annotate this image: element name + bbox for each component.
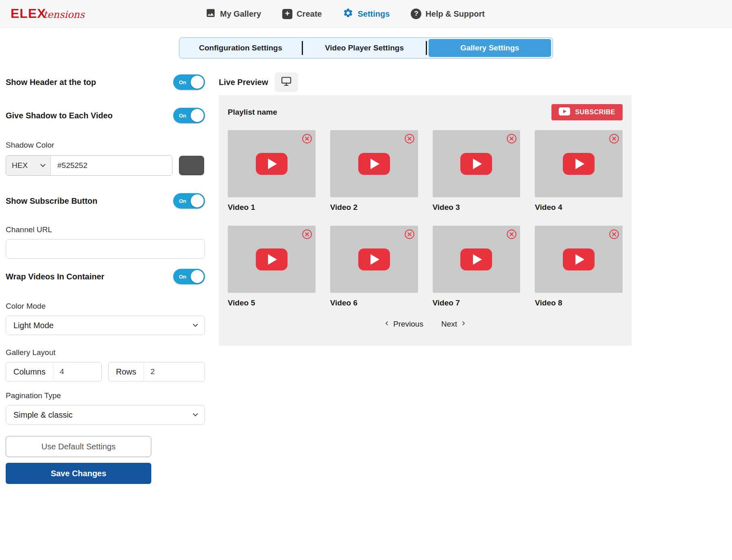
- channel-url-input[interactable]: [6, 239, 205, 259]
- shadow-label: Give Shadow to Each Video: [6, 111, 113, 120]
- toggle-knob: [191, 109, 204, 122]
- video-title: Video 7: [433, 299, 521, 307]
- gallery-icon: [205, 8, 216, 20]
- tab-video-player-settings[interactable]: Video Player Settings: [303, 38, 425, 58]
- previous-page-link[interactable]: Previous: [383, 320, 423, 329]
- youtube-play-icon[interactable]: [563, 153, 595, 175]
- remove-video-icon[interactable]: [609, 229, 619, 240]
- youtube-play-icon[interactable]: [358, 153, 390, 175]
- nav-item-help-support[interactable]: Help & Support: [411, 9, 485, 19]
- gallery-preview-panel: Playlist name SUBSCRIBE Video 1: [219, 95, 632, 346]
- nav-label: Create: [296, 9, 322, 19]
- nav-item-my-gallery[interactable]: My Gallery: [205, 8, 261, 20]
- toggle-knob: [191, 194, 204, 207]
- save-changes-button[interactable]: Save Changes: [6, 463, 151, 484]
- logo[interactable]: ELEX tensions: [11, 6, 85, 21]
- remove-video-icon[interactable]: [404, 229, 415, 240]
- toggle-state-label: On: [179, 113, 186, 119]
- video-thumbnail[interactable]: [433, 226, 521, 293]
- toggle-knob: [191, 76, 204, 89]
- video-title: Video 4: [535, 203, 623, 212]
- subscribe-button[interactable]: SUBSCRIBE: [551, 104, 623, 120]
- gallery-layout-label: Gallery Layout: [6, 348, 205, 357]
- pagination-type-section: Pagination Type Simple & classic: [6, 391, 205, 425]
- pagination-type-select[interactable]: Simple & classic: [6, 405, 205, 425]
- desktop-preview-button[interactable]: [274, 72, 298, 92]
- help-icon: [411, 9, 421, 19]
- pagination-type-label: Pagination Type: [6, 391, 205, 400]
- remove-video-icon[interactable]: [506, 229, 517, 240]
- video-title: Video 8: [535, 299, 623, 307]
- shadow-toggle[interactable]: On: [173, 108, 205, 123]
- tab-configuration-settings[interactable]: Configuration Settings: [179, 38, 302, 58]
- settings-form: Show Header at the top On Give Shadow to…: [6, 73, 205, 484]
- video-thumbnail[interactable]: [535, 130, 623, 197]
- video-thumbnail[interactable]: [433, 130, 521, 197]
- color-mode-label: Color Mode: [6, 302, 205, 311]
- remove-video-icon[interactable]: [404, 133, 415, 144]
- play-triangle: [575, 254, 584, 265]
- video-thumbnail[interactable]: [228, 130, 316, 197]
- rows-input[interactable]: [144, 362, 205, 381]
- video-card: Video 4: [535, 130, 623, 212]
- rows-field: Rows: [108, 362, 205, 381]
- youtube-play-icon[interactable]: [358, 248, 390, 270]
- video-card: Video 6: [330, 226, 418, 307]
- youtube-play-icon[interactable]: [460, 153, 492, 175]
- pagination-type-value: Simple & classic: [13, 410, 73, 420]
- video-title: Video 2: [330, 203, 418, 212]
- video-card: Video 7: [433, 226, 521, 307]
- video-card: Video 1: [228, 130, 316, 212]
- youtube-play-icon[interactable]: [256, 153, 288, 175]
- show-header-label: Show Header at the top: [6, 78, 96, 87]
- channel-url-label: Channel URL: [6, 225, 205, 234]
- video-thumbnail[interactable]: [330, 226, 418, 293]
- nav-item-create[interactable]: Create: [282, 9, 322, 19]
- chevron-right-icon: [460, 320, 467, 329]
- remove-video-icon[interactable]: [302, 133, 312, 144]
- main-nav: My Gallery Create Settings Help & Suppor…: [205, 0, 485, 28]
- subscribe-toggle[interactable]: On: [173, 193, 205, 209]
- video-card: Video 2: [330, 130, 418, 212]
- columns-label: Columns: [6, 362, 53, 381]
- play-triangle: [575, 159, 584, 169]
- tab-divider: [426, 41, 427, 55]
- show-header-toggle[interactable]: On: [173, 74, 205, 90]
- live-preview-section: Live Preview Playlist name SUBSCRIBE: [219, 72, 632, 346]
- color-format-select[interactable]: HEX: [6, 156, 51, 175]
- wrap-toggle[interactable]: On: [173, 269, 205, 284]
- youtube-play-icon[interactable]: [256, 248, 288, 270]
- play-triangle: [473, 254, 482, 265]
- remove-video-icon[interactable]: [609, 133, 619, 144]
- youtube-play-icon[interactable]: [460, 248, 492, 270]
- subscribe-label: SUBSCRIBE: [575, 109, 615, 116]
- page: ELEX tensions My Gallery Create Settings: [0, 0, 732, 560]
- video-thumbnail[interactable]: [330, 130, 418, 197]
- chevron-down-icon: [193, 411, 198, 416]
- previous-label: Previous: [393, 320, 423, 329]
- youtube-icon: [559, 107, 570, 117]
- next-page-link[interactable]: Next: [441, 320, 467, 329]
- play-triangle: [370, 159, 379, 169]
- subscribe-row: Show Subscribe Button On: [6, 192, 205, 210]
- video-title: Video 3: [433, 203, 521, 212]
- shadow-color-swatch[interactable]: [179, 156, 204, 175]
- tab-gallery-settings[interactable]: Gallery Settings: [429, 39, 551, 57]
- nav-item-settings[interactable]: Settings: [343, 8, 390, 20]
- color-mode-select[interactable]: Light Mode: [6, 316, 205, 335]
- youtube-play-icon[interactable]: [563, 248, 595, 270]
- nav-label: Help & Support: [425, 9, 485, 19]
- shadow-color-input[interactable]: [51, 156, 172, 175]
- video-thumbnail[interactable]: [228, 226, 316, 293]
- nav-label: Settings: [357, 9, 390, 19]
- color-mode-value: Light Mode: [13, 321, 54, 330]
- monitor-icon: [281, 76, 292, 88]
- remove-video-icon[interactable]: [506, 133, 517, 144]
- chevron-down-icon: [193, 322, 198, 327]
- video-card: Video 5: [228, 226, 316, 307]
- video-thumbnail[interactable]: [535, 226, 623, 293]
- use-default-settings-button[interactable]: Use Default Settings: [6, 436, 151, 457]
- show-header-row: Show Header at the top On: [6, 73, 205, 91]
- remove-video-icon[interactable]: [302, 229, 312, 240]
- columns-input[interactable]: [53, 362, 101, 381]
